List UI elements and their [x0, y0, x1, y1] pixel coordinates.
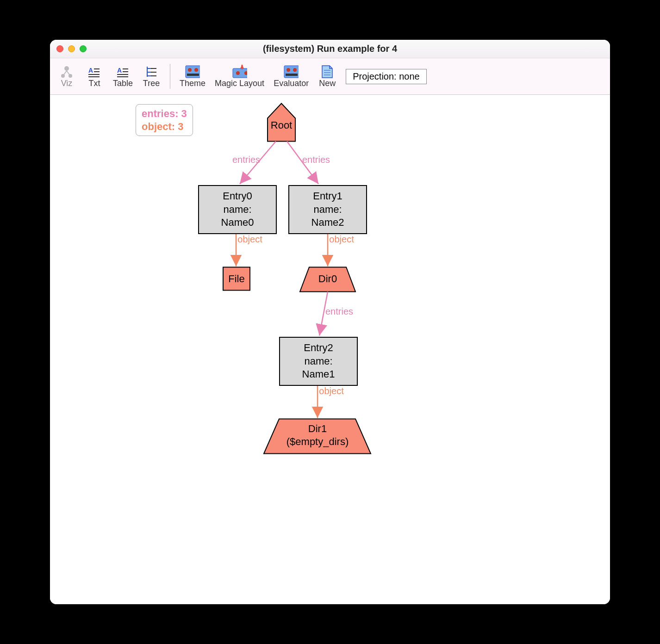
evaluator-label: Evaluator [274, 79, 309, 88]
entry0-sub: name: Name0 [205, 203, 269, 229]
entry2-title: Entry2 [286, 341, 350, 355]
entry1-title: Entry1 [296, 190, 360, 203]
txt-icon: A [87, 65, 102, 79]
entry2-node: Entry2 name: Name1 [279, 337, 358, 386]
evaluator-icon [284, 65, 299, 79]
magic-layout-button[interactable]: Magic Layout [211, 63, 268, 90]
new-label: New [319, 79, 336, 88]
evaluator-button[interactable]: Evaluator [270, 63, 312, 90]
entry2-sub: name: Name1 [286, 355, 350, 381]
txt-button[interactable]: A Txt [81, 63, 107, 90]
magic-layout-icon [232, 65, 247, 79]
dir0-label: Dir0 [318, 273, 337, 285]
file-label: File [228, 273, 244, 285]
svg-point-4 [68, 74, 72, 78]
tree-button[interactable]: Tree [138, 63, 164, 90]
table-button[interactable]: A Table [109, 63, 137, 90]
edge-label-object-1: object [237, 234, 262, 245]
svg-text:A: A [88, 67, 93, 74]
new-icon [320, 65, 335, 79]
new-button[interactable]: New [314, 63, 340, 90]
toolbar: Viz A Txt A Table Tree Theme [50, 58, 610, 94]
svg-rect-25 [187, 74, 199, 76]
entry1-node: Entry1 name: Name2 [288, 185, 367, 234]
edge-label-entries-1: entries [232, 155, 260, 165]
svg-rect-22 [186, 66, 200, 78]
edge-label-object-3: object [319, 386, 343, 396]
svg-point-23 [188, 68, 192, 72]
svg-point-3 [61, 74, 65, 78]
txt-label: Txt [89, 79, 100, 88]
entry0-title: Entry0 [205, 190, 269, 203]
viz-icon [59, 65, 74, 79]
tree-icon [144, 65, 159, 79]
entry1-sub: name: Name2 [296, 203, 360, 229]
edge-label-entries-2: entries [302, 155, 330, 165]
svg-rect-31 [284, 66, 299, 78]
toolbar-separator [170, 64, 170, 89]
titlebar: (filesystem) Run example for 4 [50, 40, 610, 58]
viz-label: Viz [61, 79, 73, 88]
svg-point-24 [194, 68, 198, 72]
root-label: Root [271, 119, 292, 131]
dir1-label-1: Dir1 [308, 423, 327, 435]
svg-point-27 [236, 71, 240, 75]
svg-point-33 [293, 68, 297, 72]
viz-button[interactable]: Viz [54, 63, 80, 90]
dir1-label-2: ($empty_dirs) [286, 436, 349, 448]
app-window: (filesystem) Run example for 4 Viz A Txt… [50, 40, 610, 604]
svg-point-0 [64, 66, 69, 71]
svg-text:A: A [117, 67, 122, 74]
table-label: Table [113, 79, 133, 88]
theme-label: Theme [180, 79, 205, 88]
tree-label: Tree [143, 79, 160, 88]
projection-box[interactable]: Projection: none [346, 69, 427, 84]
entry0-node: Entry0 name: Name0 [198, 185, 277, 234]
theme-icon [185, 65, 200, 79]
magic-layout-label: Magic Layout [215, 79, 264, 88]
diagram-canvas[interactable]: entries: 3 object: 3 [50, 94, 610, 604]
svg-rect-34 [286, 74, 298, 76]
svg-point-32 [286, 68, 290, 72]
window-title: (filesystem) Run example for 4 [50, 43, 610, 54]
table-icon: A [116, 65, 131, 79]
edge-label-object-2: object [329, 234, 354, 245]
theme-button[interactable]: Theme [176, 63, 209, 90]
edge-label-entries-3: entries [325, 306, 353, 317]
